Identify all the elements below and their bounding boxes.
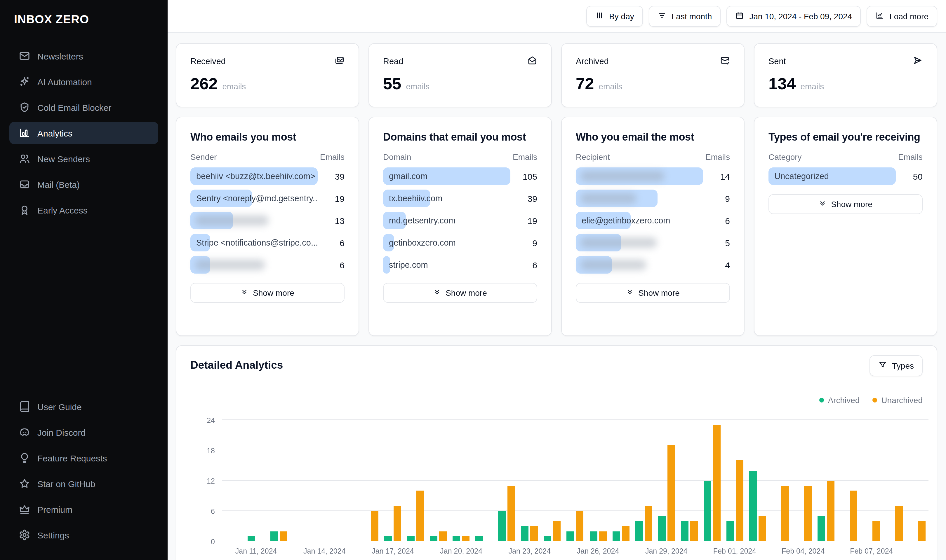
bar-unarchived xyxy=(394,506,401,542)
stat-label: Received xyxy=(190,57,226,66)
redacted-label xyxy=(195,260,265,270)
bar-unarchived xyxy=(713,425,720,542)
show-more-button[interactable]: Show more xyxy=(769,195,923,214)
calendar-icon xyxy=(735,11,744,21)
bar-archived xyxy=(704,481,711,542)
x-tick-label: Jan 20, 2024 xyxy=(440,547,482,555)
list-row-value: 14 xyxy=(703,171,730,182)
x-tick-label: Jan 17, 2024 xyxy=(372,547,414,555)
bar-group xyxy=(837,420,860,542)
sidebar-item-ai-automation[interactable]: AI Automation xyxy=(9,71,158,93)
list-row-value: 5 xyxy=(703,238,730,248)
sidebar-item-label: AI Automation xyxy=(37,77,92,87)
sidebar-item-feature-requests[interactable]: Feature Requests xyxy=(9,447,158,469)
list-row-label: tx.beehiiv.com xyxy=(389,190,442,208)
list-row-value: 9 xyxy=(510,238,537,248)
chevrons-down-icon xyxy=(819,200,826,209)
bar-archived xyxy=(590,531,597,542)
bar-groups xyxy=(222,420,929,542)
bar-archived xyxy=(498,511,506,542)
sidebar-item-analytics[interactable]: Analytics xyxy=(9,122,158,144)
shield-check-icon xyxy=(19,102,30,113)
sidebar-item-mail-beta-[interactable]: Mail (Beta) xyxy=(9,173,158,195)
sidebar-item-label: New Senders xyxy=(37,154,90,164)
sidebar-item-new-senders[interactable]: New Senders xyxy=(9,148,158,170)
list-card-title: Types of email you're receiving xyxy=(769,130,923,145)
users-icon xyxy=(19,153,30,165)
sidebar-item-settings[interactable]: Settings xyxy=(9,524,158,546)
by-day-button[interactable]: By day xyxy=(586,6,643,26)
bar-group xyxy=(450,420,473,542)
bar-group xyxy=(906,420,929,542)
show-more-button[interactable]: Show more xyxy=(576,283,730,303)
stat-unit: emails xyxy=(406,82,429,91)
bar-unarchived xyxy=(599,531,606,542)
list-card-title: Who emails you most xyxy=(190,130,344,145)
stat-card-sent: Sent134emails xyxy=(754,43,937,107)
bar-group xyxy=(222,420,245,542)
jan-10-2024-feb-09-2024-button[interactable]: Jan 10, 2024 - Feb 09, 2024 xyxy=(727,6,861,26)
lightbulb-icon xyxy=(19,452,30,464)
detailed-analytics-title: Detailed Analytics xyxy=(190,359,923,372)
bar-archived xyxy=(475,536,483,542)
list-row-label: beehiiv <buzz@tx.beehiiv.com> xyxy=(196,168,315,185)
show-more-label: Show more xyxy=(638,288,680,298)
stat-value: 262emails xyxy=(190,75,344,93)
last-month-button[interactable]: Last month xyxy=(649,6,721,26)
chevrons-down-icon xyxy=(241,288,248,298)
bar-unarchived xyxy=(872,521,880,542)
sidebar-footer-nav: User GuideJoin DiscordFeature RequestsSt… xyxy=(0,391,168,554)
stat-card-header: Read xyxy=(383,55,537,67)
chevrons-down-icon xyxy=(433,288,441,298)
content: Received262emailsRead55emailsArchived72e… xyxy=(168,33,946,560)
redacted-label xyxy=(580,193,636,204)
sidebar-item-label: User Guide xyxy=(37,402,82,412)
stat-number: 72 xyxy=(576,75,594,93)
column-header: Emails xyxy=(705,152,730,162)
bar-unarchived xyxy=(531,526,538,542)
list-row: tx.beehiiv.com39 xyxy=(383,190,537,208)
mail-check-icon xyxy=(720,55,730,67)
sidebar-item-premium[interactable]: Premium xyxy=(9,498,158,520)
bar-group xyxy=(723,420,746,542)
sidebar-nav: NewslettersAI AutomationCold Email Block… xyxy=(0,40,168,229)
list-row: md.getsentry.com19 xyxy=(383,212,537,229)
send-icon xyxy=(913,55,923,67)
sidebar-item-label: Mail (Beta) xyxy=(37,179,80,189)
load-more-button[interactable]: Load more xyxy=(867,6,937,26)
settings-icon xyxy=(19,529,30,541)
bar-group xyxy=(290,420,313,542)
show-more-label: Show more xyxy=(831,200,872,209)
types-filter-button[interactable]: Types xyxy=(869,355,923,376)
bar-archived xyxy=(544,536,551,542)
list-row: getinboxzero.com9 xyxy=(383,234,537,252)
show-more-button[interactable]: Show more xyxy=(190,283,344,303)
bar-group xyxy=(655,420,677,542)
sidebar-item-newsletters[interactable]: Newsletters xyxy=(9,45,158,67)
stat-number: 134 xyxy=(769,75,796,93)
bar-group xyxy=(815,420,837,542)
show-more-button[interactable]: Show more xyxy=(383,283,537,303)
columns-icon xyxy=(595,11,604,21)
list-card-title: Who you email the most xyxy=(576,130,730,145)
x-tick-label: Feb 04, 2024 xyxy=(782,547,824,555)
list-row-bar-area xyxy=(576,256,703,274)
sidebar-item-cold-email-blocker[interactable]: Cold Email Blocker xyxy=(9,96,158,118)
sidebar-item-user-guide[interactable]: User Guide xyxy=(9,395,158,418)
column-header: Category xyxy=(769,152,802,162)
x-tick-label: Feb 07, 2024 xyxy=(850,547,893,555)
sidebar-item-star-on-github[interactable]: Star on GitHub xyxy=(9,472,158,495)
redacted-label xyxy=(580,238,657,248)
sidebar-item-early-access[interactable]: Early Access xyxy=(9,199,158,221)
star-icon xyxy=(19,478,30,489)
column-header: Emails xyxy=(513,152,537,162)
y-tick-label: 24 xyxy=(207,417,215,425)
bar-unarchived xyxy=(576,511,584,542)
show-more-label: Show more xyxy=(253,288,294,298)
bar-archived xyxy=(612,531,620,542)
sidebar-item-join-discord[interactable]: Join Discord xyxy=(9,421,158,443)
stat-label: Archived xyxy=(576,57,609,66)
legend-dot xyxy=(872,397,877,402)
list-row-bar-area xyxy=(576,168,703,185)
bar-unarchived xyxy=(758,516,766,542)
